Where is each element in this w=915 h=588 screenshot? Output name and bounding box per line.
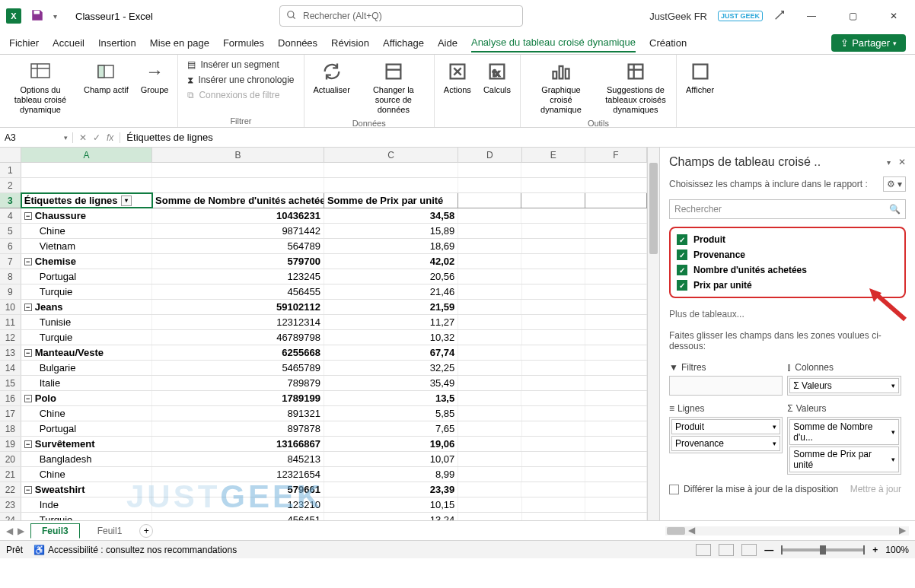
- row-header[interactable]: 23: [0, 497, 21, 512]
- user-name[interactable]: JustGeek FR: [649, 11, 707, 22]
- cell[interactable]: 9871442: [152, 224, 324, 238]
- zone-rows[interactable]: ≡Lignes Produit▾ Provenance▾: [669, 400, 783, 475]
- cell[interactable]: [458, 254, 521, 269]
- column-header-b[interactable]: B: [152, 148, 324, 162]
- sheet-tab-active[interactable]: Feuil3: [30, 523, 80, 539]
- row-header[interactable]: 17: [0, 406, 21, 421]
- select-all-corner[interactable]: [0, 148, 21, 162]
- cell[interactable]: [458, 239, 521, 253]
- column-header-f[interactable]: F: [585, 148, 647, 162]
- field-search[interactable]: Rechercher 🔍: [669, 199, 906, 219]
- cell[interactable]: [585, 178, 647, 192]
- cell[interactable]: −Chemise: [21, 254, 152, 269]
- row-header[interactable]: 6: [0, 239, 21, 253]
- cell[interactable]: Vietnam: [21, 239, 153, 253]
- cell[interactable]: 13,5: [324, 391, 458, 405]
- cell[interactable]: [522, 406, 585, 421]
- sheet-nav-prev[interactable]: ◀: [6, 526, 13, 536]
- cell[interactable]: −Manteau/Veste: [21, 345, 152, 360]
- cell[interactable]: [458, 482, 521, 497]
- cell[interactable]: Turquie: [21, 284, 153, 299]
- row-header[interactable]: 11: [0, 315, 21, 329]
- row-header[interactable]: 3: [0, 193, 21, 208]
- cell[interactable]: [458, 513, 521, 520]
- cell[interactable]: 10,07: [324, 452, 458, 466]
- pivot-options-button[interactable]: Options du tableau croisé dynamique: [6, 58, 75, 117]
- zoom-slider[interactable]: [781, 548, 865, 551]
- cell[interactable]: [585, 391, 647, 405]
- cell[interactable]: Bulgarie: [21, 361, 153, 375]
- save-icon[interactable]: [30, 8, 44, 24]
- accessibility-status[interactable]: ♿ Accessibilité : consultez nos recomman…: [33, 545, 237, 555]
- cell[interactable]: 123245: [152, 269, 324, 284]
- cell[interactable]: [458, 163, 521, 177]
- name-box[interactable]: A3 ▾: [0, 132, 73, 143]
- cell[interactable]: Chine: [21, 224, 153, 238]
- cell[interactable]: 6255668: [152, 345, 324, 360]
- cell[interactable]: [522, 269, 585, 284]
- cell[interactable]: [324, 163, 458, 177]
- cell[interactable]: 7,65: [324, 421, 458, 436]
- cell[interactable]: Turquie: [21, 330, 153, 345]
- cell[interactable]: [522, 421, 585, 436]
- sheet-tab[interactable]: Feuil1: [86, 523, 134, 539]
- cell[interactable]: [585, 239, 647, 253]
- cell[interactable]: 34,58: [324, 208, 458, 223]
- cell[interactable]: [521, 300, 585, 314]
- view-normal-button[interactable]: [696, 544, 711, 556]
- cell[interactable]: 18,69: [324, 239, 458, 253]
- cell[interactable]: [522, 376, 585, 390]
- cell[interactable]: 59102112: [152, 300, 324, 314]
- cell[interactable]: Tunisie: [21, 315, 153, 329]
- cell[interactable]: [585, 330, 647, 345]
- cell[interactable]: −Chaussure: [21, 208, 152, 223]
- zone-item[interactable]: Somme de Nombre d'u...▾: [789, 419, 898, 445]
- cell[interactable]: [458, 284, 521, 299]
- column-header-a[interactable]: A: [21, 148, 152, 162]
- cell[interactable]: 8,99: [324, 467, 458, 482]
- active-field-button[interactable]: Champ actif: [81, 58, 132, 97]
- cell[interactable]: [522, 330, 585, 345]
- cell[interactable]: [585, 437, 647, 451]
- cell[interactable]: [585, 315, 647, 329]
- zone-columns[interactable]: ⫿Colonnes Σ Valeurs▾: [787, 359, 901, 396]
- row-header[interactable]: 21: [0, 467, 21, 482]
- defer-checkbox[interactable]: [669, 485, 679, 494]
- cell[interactable]: 13,24: [324, 513, 458, 520]
- cell[interactable]: 845213: [152, 452, 324, 466]
- cell[interactable]: [521, 482, 585, 497]
- tab-analyse-pivot[interactable]: Analyse du tableau croisé dynamique: [471, 33, 636, 52]
- row-header[interactable]: 12: [0, 330, 21, 345]
- row-header[interactable]: 24: [0, 513, 21, 520]
- cell[interactable]: [521, 163, 585, 177]
- show-button[interactable]: Afficher: [683, 58, 717, 97]
- cell[interactable]: 897878: [152, 421, 324, 436]
- row-header[interactable]: 15: [0, 376, 21, 390]
- cell[interactable]: [585, 513, 647, 520]
- cell[interactable]: 123210: [152, 497, 324, 512]
- close-pane-icon[interactable]: ✕: [898, 157, 906, 167]
- cell[interactable]: [585, 482, 647, 497]
- cell[interactable]: −Polo: [21, 391, 152, 405]
- column-header-d[interactable]: D: [458, 148, 521, 162]
- insert-slicer-button[interactable]: ▤Insérer un segment: [184, 58, 297, 72]
- cell[interactable]: [585, 284, 647, 299]
- cell[interactable]: [521, 193, 585, 208]
- accept-formula-icon[interactable]: ✓: [93, 132, 100, 143]
- cell[interactable]: [585, 361, 647, 375]
- zone-item[interactable]: Somme de Prix par unité▾: [789, 447, 898, 472]
- row-header[interactable]: 9: [0, 284, 21, 299]
- cell[interactable]: 12321654: [152, 467, 324, 482]
- collapse-icon[interactable]: −: [24, 486, 32, 494]
- row-header[interactable]: 7: [0, 254, 21, 269]
- cell[interactable]: [522, 452, 585, 466]
- field-units[interactable]: ✓Nombre d'unités achetées: [677, 265, 898, 275]
- cell[interactable]: 789879: [152, 376, 324, 390]
- cell[interactable]: 891321: [152, 406, 324, 421]
- sheet-nav-next[interactable]: ▶: [18, 526, 24, 536]
- chevron-down-icon[interactable]: ▾: [887, 158, 891, 167]
- minimize-button[interactable]: —: [796, 5, 827, 27]
- cell[interactable]: [585, 345, 647, 360]
- row-header[interactable]: 8: [0, 269, 21, 284]
- cell[interactable]: [522, 315, 585, 329]
